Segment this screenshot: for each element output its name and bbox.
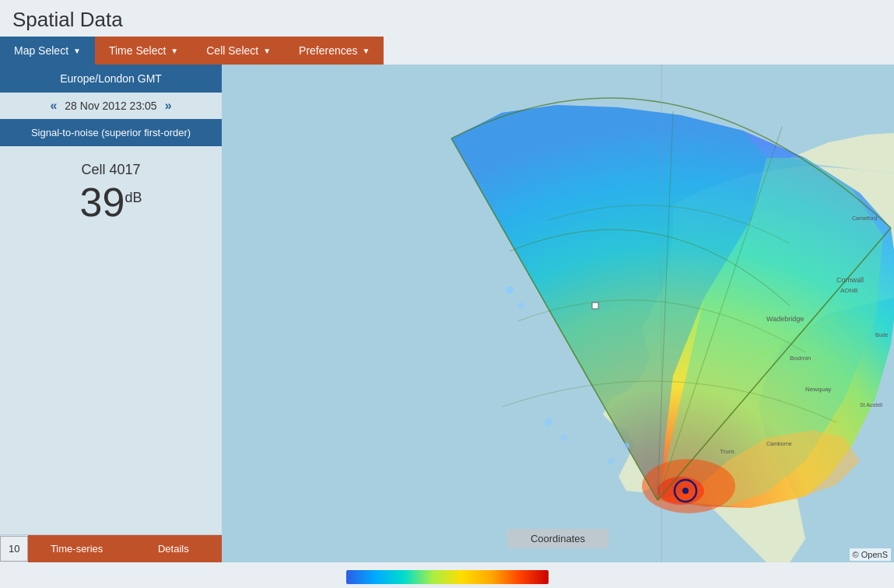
svg-point-11 [561,435,567,441]
svg-point-13 [623,443,629,449]
preferences-label: Preferences [299,44,357,57]
toolbar: Map Select ▼ Time Select ▼ Cell Select ▼… [0,37,894,65]
time-display: 28 Nov 2012 23:05 [65,100,156,112]
coordinates-label: Coordinates [507,529,608,548]
details-button[interactable]: Details [125,535,222,562]
next-time-button[interactable]: » [165,99,172,113]
sidebar-bottom: 10 Time-series Details [0,534,222,562]
svg-point-12 [608,458,614,464]
colorbar-section: 1020304050607080 Magnitude (dB) [0,562,894,588]
cell-info: Cell 4017 39dB [0,146,222,234]
cell-select-label: Cell Select [206,44,258,57]
cell-number: 39 [80,180,125,225]
svg-text:Camelford: Camelford [852,215,877,221]
main-layout: Europe/London GMT « 28 Nov 2012 23:05 » … [0,65,894,562]
svg-text:St Austell: St Austell [860,402,883,408]
prev-time-button[interactable]: « [50,99,57,113]
metric-bar: Signal-to-noise (superior first-order) [0,119,222,146]
cell-select-caret: ▼ [263,47,271,55]
svg-text:Cornwall: Cornwall [836,276,864,284]
radar-visualization: Wadebridge Bodmin Cornwall AONB Newquay … [222,65,894,562]
time-series-button[interactable]: Time-series [28,535,124,562]
page-title: Spatial Data [0,0,894,37]
svg-text:Truro: Truro [720,448,734,455]
map-select-button[interactable]: Map Select ▼ [0,37,95,65]
colorbar [346,570,549,584]
time-nav: « 28 Nov 2012 23:05 » [0,93,222,119]
preferences-button[interactable]: Preferences ▼ [285,37,384,65]
map-container[interactable]: Wadebridge Bodmin Cornwall AONB Newquay … [222,65,894,562]
time-select-button[interactable]: Time Select ▼ [95,37,192,65]
svg-text:AONB: AONB [840,287,858,294]
cell-unit: dB [124,190,142,205]
svg-point-10 [545,418,552,426]
timezone-bar: Europe/London GMT [0,65,222,93]
map-select-label: Map Select [14,44,68,57]
svg-text:Wadebridge: Wadebridge [766,315,804,323]
map-select-caret: ▼ [73,47,81,55]
cell-value: 39dB [16,178,206,226]
colorbar-wrapper [0,570,894,584]
cell-label: Cell 4017 [16,162,206,178]
sidebar: Europe/London GMT « 28 Nov 2012 23:05 » … [0,65,222,562]
svg-point-8 [506,286,514,294]
svg-rect-7 [592,303,598,309]
svg-point-6 [682,488,689,494]
svg-text:Bodmin: Bodmin [790,355,811,362]
preferences-caret: ▼ [363,47,370,55]
svg-text:Newquay: Newquay [805,386,831,393]
svg-text:Camborne: Camborne [766,441,792,446]
svg-text:Bude: Bude [875,332,888,338]
page-indicator: 10 [0,536,28,562]
svg-point-9 [518,303,524,309]
cell-select-button[interactable]: Cell Select ▼ [192,37,285,65]
time-select-label: Time Select [109,44,166,57]
time-select-caret: ▼ [170,47,178,55]
openstreetmap-attribution: © OpenS [850,548,891,561]
